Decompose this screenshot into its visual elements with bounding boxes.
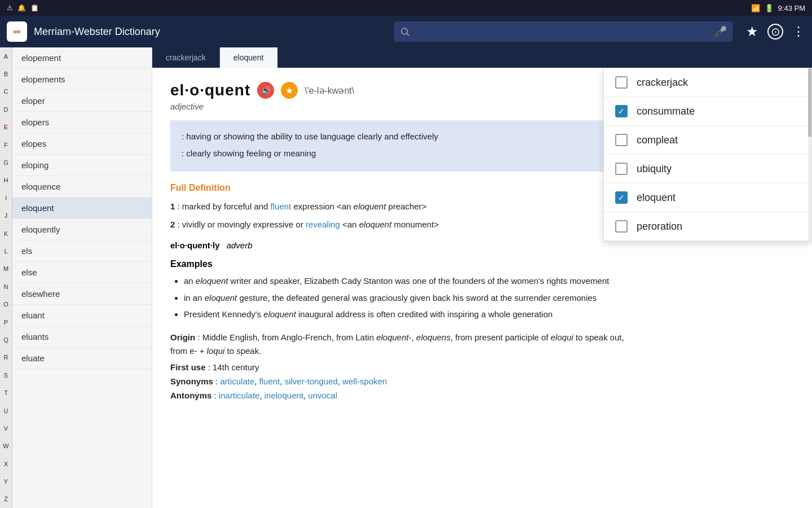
alpha-I[interactable]: I <box>0 189 12 207</box>
alpha-M[interactable]: M <box>0 260 12 278</box>
notification-icon: 🔔 <box>17 4 26 12</box>
list-item: in an eloquent gesture, the defeated gen… <box>184 291 642 305</box>
dropdown-scrollbar[interactable] <box>808 68 811 241</box>
list-item[interactable]: eluate <box>12 348 152 369</box>
dropdown-item-consummate[interactable]: ✓ consummate <box>604 97 811 126</box>
list-item[interactable]: elopements <box>12 69 152 90</box>
dropdown-item-eloquent[interactable]: ✓ eloquent <box>604 183 811 212</box>
checkbox-eloquent[interactable]: ✓ <box>615 191 628 204</box>
antonym-unvocal[interactable]: unvocal <box>308 391 337 400</box>
antonym-inarticulate[interactable]: inarticulate <box>219 391 260 400</box>
search-icon <box>400 27 410 37</box>
mic-icon[interactable]: 🎤 <box>714 25 727 38</box>
word-sidebar: elopement elopements eloper elopers elop… <box>12 47 152 508</box>
pronunciation-button[interactable]: 🔊 <box>257 82 274 99</box>
checkbox-peroration[interactable] <box>615 220 628 233</box>
search-bar[interactable]: 🎤 <box>394 21 732 42</box>
alpha-T[interactable]: T <box>0 384 12 401</box>
app-title: Merriam-Webster Dictionary <box>34 26 160 38</box>
origin-text: : Middle English, from Anglo-French, fro… <box>170 332 624 356</box>
checkbox-crackerjack[interactable] <box>615 76 628 89</box>
checkbox-ubiquity[interactable] <box>615 163 628 175</box>
alpha-R[interactable]: R <box>0 349 12 366</box>
dropdown-word-crackerjack: crackerjack <box>637 77 688 89</box>
alpha-Q[interactable]: Q <box>0 331 12 348</box>
list-item[interactable]: eluant <box>12 305 152 326</box>
list-item[interactable]: elopes <box>12 133 152 155</box>
dropdown-item-compleat[interactable]: compleat <box>604 126 811 155</box>
list-item[interactable]: eloping <box>12 155 152 176</box>
list-item[interactable]: else <box>12 262 152 283</box>
examples-title: Examples <box>170 259 642 269</box>
favorite-button[interactable]: ★ <box>281 82 298 99</box>
wifi-icon: 📶 <box>751 4 760 12</box>
alpha-F[interactable]: F <box>0 136 12 154</box>
definition-content: el·o·quent 🔊 ★ \'e-lə-kwənt\ adjective :… <box>152 68 660 418</box>
word-header: el·o·quent 🔊 ★ \'e-lə-kwənt\ <box>170 81 642 99</box>
list-item[interactable]: els <box>12 240 152 262</box>
alpha-P[interactable]: P <box>0 313 12 331</box>
tab-crackerjack[interactable]: crackerjack <box>152 47 220 68</box>
alpha-Y[interactable]: Y <box>0 472 12 490</box>
quick-def-box: : having or showing the ability to use l… <box>170 120 642 172</box>
origin-section: Origin : Middle English, from Anglo-Fren… <box>170 331 642 358</box>
numbered-def-1: 1 : marked by forceful and fluent expres… <box>170 200 642 213</box>
list-item[interactable]: elopement <box>12 47 152 69</box>
alpha-C[interactable]: C <box>0 83 12 100</box>
alpha-X[interactable]: X <box>0 455 12 472</box>
logo-text: MW <box>14 30 20 34</box>
alpha-D[interactable]: D <box>0 100 12 118</box>
alpha-U[interactable]: U <box>0 402 12 419</box>
list-item[interactable]: eloquently <box>12 219 152 240</box>
menu-icon[interactable]: ⋮ <box>792 24 805 39</box>
first-use-text: : 14th century <box>208 362 259 372</box>
alpha-K[interactable]: K <box>0 225 12 242</box>
synonym-articulate[interactable]: articulate <box>220 376 254 386</box>
dropdown-item-ubiquity[interactable]: ubiquity <box>604 155 811 183</box>
list-item-eloquent[interactable]: eloquent <box>12 198 152 219</box>
status-bar-left: ⚠ 🔔 📋 <box>7 4 39 12</box>
alpha-B[interactable]: B <box>0 65 12 82</box>
link-revealing[interactable]: revealing <box>306 220 340 229</box>
dropdown-word-peroration: peroration <box>637 221 682 233</box>
synonym-silver-tongued[interactable]: silver-tongued <box>285 376 338 386</box>
alpha-O[interactable]: O <box>0 295 12 313</box>
search-input[interactable] <box>414 27 710 37</box>
alpha-J[interactable]: J <box>0 207 12 225</box>
history-icon[interactable]: ⊙ <box>767 24 783 40</box>
alpha-G[interactable]: G <box>0 154 12 171</box>
alpha-W[interactable]: W <box>0 437 12 455</box>
phonetic: \'e-lə-kwənt\ <box>304 85 354 96</box>
list-item[interactable]: elopers <box>12 112 152 133</box>
time-display: 9:43 PM <box>778 4 805 12</box>
dropdown-word-eloquent: eloquent <box>637 192 676 204</box>
dropdown-item-peroration[interactable]: peroration <box>604 212 811 241</box>
alpha-V[interactable]: V <box>0 419 12 437</box>
antonym-ineloquent[interactable]: ineloquent <box>264 391 303 400</box>
list-item[interactable]: eloper <box>12 90 152 112</box>
dropdown-word-consummate: consummate <box>637 106 695 117</box>
dropdown-word-ubiquity: ubiquity <box>637 163 672 175</box>
clipboard-icon: 📋 <box>30 4 39 12</box>
checkbox-compleat[interactable] <box>615 134 628 146</box>
full-def-title: Full Definition <box>170 183 642 193</box>
first-use-label: First use <box>170 362 206 372</box>
synonym-well-spoken[interactable]: well-spoken <box>342 376 387 386</box>
checkbox-consummate[interactable]: ✓ <box>615 105 628 117</box>
alpha-H[interactable]: H <box>0 172 12 189</box>
link-fluent-1[interactable]: fluent <box>271 202 292 211</box>
list-item[interactable]: elsewhere <box>12 283 152 305</box>
synonym-fluent[interactable]: fluent <box>259 376 280 386</box>
alpha-A[interactable]: A <box>0 47 12 65</box>
alpha-E[interactable]: E <box>0 119 12 136</box>
alpha-N[interactable]: N <box>0 278 12 295</box>
dropdown-item-crackerjack[interactable]: crackerjack <box>604 68 811 97</box>
star-nav-icon[interactable]: ★ <box>746 24 758 40</box>
list-item[interactable]: eluants <box>12 326 152 348</box>
antonyms-label: Antonyms <box>170 391 211 400</box>
alpha-S[interactable]: S <box>0 366 12 384</box>
alpha-L[interactable]: L <box>0 242 12 260</box>
alpha-Z[interactable]: Z <box>0 491 12 508</box>
tab-eloquent[interactable]: eloquent <box>220 47 278 68</box>
list-item[interactable]: eloquence <box>12 176 152 198</box>
